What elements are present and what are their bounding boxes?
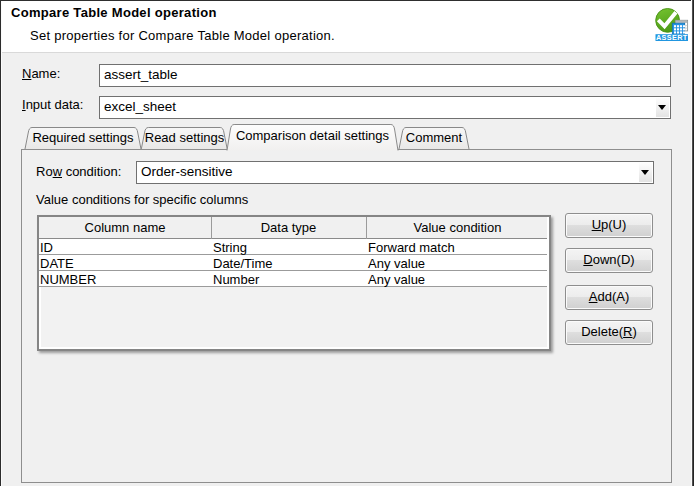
svg-text:ASSERT: ASSERT <box>656 33 688 42</box>
